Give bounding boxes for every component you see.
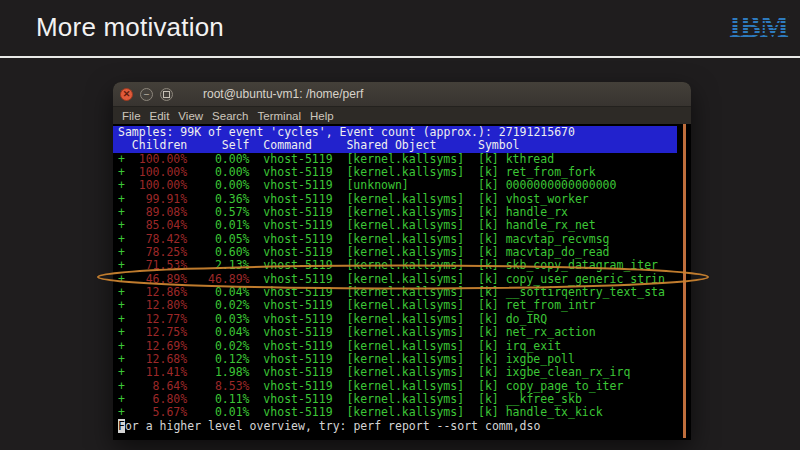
maximize-button[interactable]: [160, 88, 173, 101]
table-row[interactable]: +8.64% 8.53% vhost-5119[kernel.kallsyms]…: [113, 380, 691, 393]
row-expander[interactable]: +: [118, 366, 132, 379]
symbol-cell: [k] macvtap_do_read: [478, 246, 610, 259]
shared-object-cell: [kernel.kallsyms]: [346, 326, 478, 339]
children-pct: 12.69%: [132, 340, 187, 353]
shared-object-cell: [kernel.kallsyms]: [346, 166, 478, 179]
row-expander[interactable]: +: [118, 193, 132, 206]
menu-item-edit[interactable]: Edit: [150, 110, 170, 122]
shared-object-cell: [kernel.kallsyms]: [346, 206, 478, 219]
status-line: For a higher level overview, try: perf r…: [113, 420, 691, 433]
menu-item-help[interactable]: Help: [310, 110, 334, 122]
command-cell: vhost-5119: [263, 219, 346, 232]
table-row[interactable]: +85.04% 0.01% vhost-5119[kernel.kallsyms…: [113, 219, 691, 232]
row-expander[interactable]: +: [118, 393, 132, 406]
menu-item-file[interactable]: File: [122, 110, 141, 122]
row-expander[interactable]: +: [118, 153, 132, 166]
self-pct: 0.02%: [208, 299, 250, 312]
terminal-window: ✕ – root@ubuntu-vm1: /home/perf FileEdit…: [113, 82, 691, 438]
table-row[interactable]: +12.86% 0.04% vhost-5119[kernel.kallsyms…: [113, 286, 691, 299]
row-expander[interactable]: +: [118, 299, 132, 312]
ibm-logo: IBM: [726, 11, 788, 43]
table-row[interactable]: +12.69% 0.02% vhost-5119[kernel.kallsyms…: [113, 340, 691, 353]
shared-object-cell: [kernel.kallsyms]: [346, 299, 478, 312]
children-pct: 100.00%: [132, 166, 187, 179]
symbol-cell: [k] __softirqentry_text_sta: [478, 286, 665, 299]
ibm-logo-stripes: [726, 11, 788, 43]
table-row[interactable]: +12.80% 0.02% vhost-5119[kernel.kallsyms…: [113, 299, 691, 312]
self-pct: 0.57%: [208, 206, 250, 219]
row-expander[interactable]: +: [118, 206, 132, 219]
terminal-content[interactable]: Samples: 99K of event 'cycles', Event co…: [113, 124, 691, 440]
menu-item-search[interactable]: Search: [212, 110, 248, 122]
self-pct: 0.11%: [208, 393, 250, 406]
col-symbol: Symbol: [478, 139, 520, 152]
row-expander[interactable]: +: [118, 380, 132, 393]
row-expander[interactable]: +: [118, 233, 132, 246]
table-row[interactable]: +12.75% 0.04% vhost-5119[kernel.kallsyms…: [113, 326, 691, 339]
shared-object-cell: [kernel.kallsyms]: [346, 286, 478, 299]
row-expander[interactable]: +: [118, 179, 132, 192]
symbol-cell: [k] ixgbe_poll: [478, 353, 575, 366]
table-row[interactable]: +12.68% 0.12% vhost-5119[kernel.kallsyms…: [113, 353, 691, 366]
page-title: More motivation: [36, 12, 224, 43]
maximize-icon: [163, 91, 170, 98]
symbol-cell: [k] 0000000000000000: [478, 179, 616, 192]
table-row[interactable]: +100.00% 0.00% vhost-5119[kernel.kallsym…: [113, 153, 691, 166]
table-row[interactable]: +78.42% 0.05% vhost-5119[kernel.kallsyms…: [113, 233, 691, 246]
terminal-scrollbar[interactable]: [683, 124, 686, 438]
command-cell: vhost-5119: [263, 393, 346, 406]
self-pct: 0.00%: [208, 166, 250, 179]
table-row[interactable]: +100.00% 0.00% vhost-5119[unknown][k] 00…: [113, 179, 691, 192]
row-expander[interactable]: +: [118, 326, 132, 339]
self-pct: 0.60%: [208, 246, 250, 259]
table-row[interactable]: +78.25% 0.60% vhost-5119[kernel.kallsyms…: [113, 246, 691, 259]
table-row[interactable]: +71.53% 2.13% vhost-5119[kernel.kallsyms…: [113, 259, 691, 272]
children-pct: 5.67%: [132, 406, 187, 419]
col-shared-object: Shared Object: [346, 139, 478, 152]
shared-object-cell: [kernel.kallsyms]: [346, 153, 478, 166]
command-cell: vhost-5119: [263, 313, 346, 326]
table-row[interactable]: +99.91% 0.36% vhost-5119[kernel.kallsyms…: [113, 193, 691, 206]
self-pct: 0.04%: [208, 286, 250, 299]
row-expander[interactable]: +: [118, 166, 132, 179]
row-expander[interactable]: +: [118, 313, 132, 326]
window-titlebar[interactable]: ✕ – root@ubuntu-vm1: /home/perf: [113, 82, 691, 107]
row-expander[interactable]: +: [118, 286, 132, 299]
table-row[interactable]: +89.08% 0.57% vhost-5119[kernel.kallsyms…: [113, 206, 691, 219]
children-pct: 11.41%: [132, 366, 187, 379]
table-row[interactable]: +46.89% 46.89% vhost-5119[kernel.kallsym…: [113, 273, 691, 286]
row-expander[interactable]: +: [118, 259, 132, 272]
children-pct: 12.68%: [132, 353, 187, 366]
table-row[interactable]: +6.80% 0.11% vhost-5119[kernel.kallsyms]…: [113, 393, 691, 406]
menu-item-terminal[interactable]: Terminal: [258, 110, 301, 122]
children-pct: 78.42%: [132, 233, 187, 246]
self-pct: 1.98%: [208, 366, 250, 379]
menu-item-view[interactable]: View: [178, 110, 203, 122]
children-pct: 12.75%: [132, 326, 187, 339]
command-cell: vhost-5119: [263, 340, 346, 353]
shared-object-cell: [kernel.kallsyms]: [346, 380, 478, 393]
row-expander[interactable]: +: [118, 353, 132, 366]
row-expander[interactable]: +: [118, 340, 132, 353]
row-expander[interactable]: +: [118, 219, 132, 232]
table-row[interactable]: +12.77% 0.03% vhost-5119[kernel.kallsyms…: [113, 313, 691, 326]
self-pct: 0.00%: [208, 179, 250, 192]
symbol-cell: [k] kthread: [478, 153, 554, 166]
shared-object-cell: [kernel.kallsyms]: [346, 366, 478, 379]
row-expander[interactable]: +: [118, 246, 132, 259]
table-row[interactable]: +100.00% 0.00% vhost-5119[kernel.kallsym…: [113, 166, 691, 179]
command-cell: vhost-5119: [263, 326, 346, 339]
command-cell: vhost-5119: [263, 406, 346, 419]
minimize-button[interactable]: –: [140, 88, 153, 101]
table-row[interactable]: +5.67% 0.01% vhost-5119[kernel.kallsyms]…: [113, 406, 691, 419]
shared-object-cell: [kernel.kallsyms]: [346, 246, 478, 259]
command-cell: vhost-5119: [263, 366, 346, 379]
children-pct: 71.53%: [132, 259, 187, 272]
self-pct: 0.01%: [208, 406, 250, 419]
row-expander[interactable]: +: [118, 406, 132, 419]
table-row[interactable]: +11.41% 1.98% vhost-5119[kernel.kallsyms…: [113, 366, 691, 379]
shared-object-cell: [kernel.kallsyms]: [346, 406, 478, 419]
row-expander[interactable]: +: [118, 273, 132, 286]
close-button[interactable]: ✕: [120, 88, 133, 101]
children-pct: 12.80%: [132, 299, 187, 312]
